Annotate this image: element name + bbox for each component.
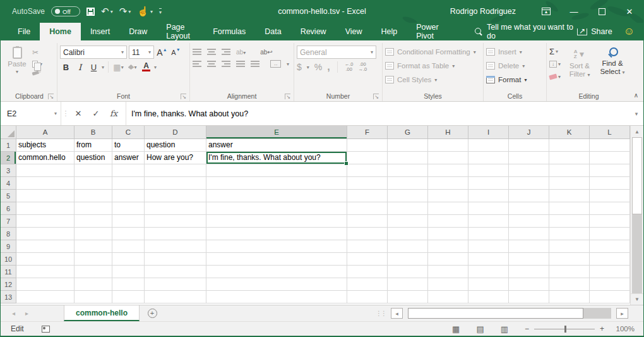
align-top-icon[interactable]: [193, 49, 201, 55]
feedback-smiley-icon[interactable]: ☺: [624, 25, 635, 38]
cut-button[interactable]: ✂: [32, 48, 42, 57]
fill-button[interactable]: ↓▾: [549, 59, 561, 70]
zoom-in-button[interactable]: +: [600, 324, 604, 333]
cell-L6[interactable]: [590, 202, 630, 215]
cancel-button[interactable]: ✕: [70, 109, 86, 118]
cell-F9[interactable]: [347, 240, 388, 253]
cell-I3[interactable]: [468, 164, 509, 177]
comma-style-button[interactable]: ,: [327, 61, 330, 73]
cell-G4[interactable]: [388, 177, 428, 190]
formula-input[interactable]: I'm fine, thanks. What about you?: [126, 102, 629, 125]
font-name-combo[interactable]: Calibri ▾: [60, 46, 127, 59]
cell-B3[interactable]: [75, 164, 112, 177]
cell-D6[interactable]: [145, 202, 206, 215]
cell-H1[interactable]: [428, 139, 468, 152]
page-layout-view-button[interactable]: ▤: [476, 324, 484, 334]
row-header-13[interactable]: 13: [1, 291, 16, 303]
enter-button[interactable]: ✓: [88, 109, 104, 118]
user-name[interactable]: Rodrigo Rodriguez: [450, 7, 516, 16]
cell-styles-button[interactable]: Cell Styles ▾: [385, 74, 480, 85]
row-header-8[interactable]: 8: [1, 228, 16, 240]
sheet-tab-common-hello[interactable]: common-hello: [64, 305, 140, 321]
cell-F2[interactable]: [347, 152, 388, 164]
cell-C5[interactable]: [112, 190, 145, 202]
cell-E6[interactable]: [206, 202, 347, 215]
cell-G2[interactable]: [388, 152, 428, 164]
cell-I13[interactable]: [468, 291, 509, 303]
col-header-A[interactable]: A: [16, 126, 75, 139]
cell-J6[interactable]: [509, 202, 549, 215]
tab-file[interactable]: File: [8, 23, 40, 40]
cell-B11[interactable]: [75, 266, 112, 278]
cell-G1[interactable]: [388, 139, 428, 152]
sort-filter-button[interactable]: AZ ▼ Sort & Filter ▾: [566, 46, 593, 90]
cell-H12[interactable]: [428, 278, 468, 291]
minimize-button[interactable]: —: [560, 0, 588, 23]
autosum-button[interactable]: Σ▾: [549, 46, 561, 57]
tab-formulas[interactable]: Formulas: [203, 23, 255, 40]
cell-H8[interactable]: [428, 228, 468, 240]
find-select-button[interactable]: Find & Select ▾: [599, 46, 626, 90]
cell-B7[interactable]: [75, 215, 112, 228]
next-sheet-button[interactable]: ▸: [25, 310, 28, 317]
cell-L12[interactable]: [590, 278, 630, 291]
tab-view[interactable]: View: [336, 23, 372, 40]
cell-A5[interactable]: [16, 190, 75, 202]
cell-K10[interactable]: [549, 253, 590, 266]
cell-D8[interactable]: [145, 228, 206, 240]
number-dialog-launcher-icon[interactable]: ↘: [373, 94, 379, 99]
cell-B13[interactable]: [75, 291, 112, 303]
row-header-12[interactable]: 12: [1, 278, 16, 291]
cell-H3[interactable]: [428, 164, 468, 177]
save-button[interactable]: [86, 8, 95, 16]
cell-I6[interactable]: [468, 202, 509, 215]
cell-G11[interactable]: [388, 266, 428, 278]
cell-J9[interactable]: [509, 240, 549, 253]
cell-L7[interactable]: [590, 215, 630, 228]
cell-I9[interactable]: [468, 240, 509, 253]
cell-A3[interactable]: [16, 164, 75, 177]
cell-D12[interactable]: [145, 278, 206, 291]
cell-K11[interactable]: [549, 266, 590, 278]
col-header-G[interactable]: G: [388, 126, 428, 139]
row-header-9[interactable]: 9: [1, 240, 16, 253]
row-header-11[interactable]: 11: [1, 266, 16, 278]
wrap-text-button[interactable]: ab↩: [260, 47, 273, 56]
cell-J12[interactable]: [509, 278, 549, 291]
cell-F11[interactable]: [347, 266, 388, 278]
col-header-E[interactable]: E: [206, 126, 347, 139]
cell-B9[interactable]: [75, 240, 112, 253]
align-center-icon[interactable]: [207, 61, 216, 67]
format-cells-button[interactable]: Format ▾: [486, 74, 544, 85]
cell-L13[interactable]: [590, 291, 630, 303]
decrease-font-size-button[interactable]: A▼: [170, 46, 182, 59]
cell-H10[interactable]: [428, 253, 468, 266]
borders-button[interactable]: ▦▾: [112, 61, 124, 73]
maximize-button[interactable]: [588, 0, 616, 23]
font-size-combo[interactable]: 11 ▾: [129, 46, 154, 59]
cell-L11[interactable]: [590, 266, 630, 278]
tab-splitter-handle[interactable]: ⋮⋮: [376, 310, 386, 317]
col-header-L[interactable]: L: [590, 126, 630, 139]
cell-C6[interactable]: [112, 202, 145, 215]
cell-C1[interactable]: to: [112, 139, 145, 152]
customize-qat-button[interactable]: ▾: [159, 8, 162, 15]
select-all-corner[interactable]: [1, 126, 16, 139]
cell-E8[interactable]: [206, 228, 347, 240]
cell-D1[interactable]: question: [145, 139, 206, 152]
fill-color-button[interactable]: ▾: [126, 61, 138, 73]
cell-L4[interactable]: [590, 177, 630, 190]
percent-style-button[interactable]: %: [314, 62, 322, 72]
cell-B6[interactable]: [75, 202, 112, 215]
cell-H6[interactable]: [428, 202, 468, 215]
alignment-dialog-launcher-icon[interactable]: ↘: [285, 94, 290, 99]
zoom-level[interactable]: 100%: [609, 325, 635, 333]
cell-B5[interactable]: [75, 190, 112, 202]
col-header-F[interactable]: F: [347, 126, 388, 139]
cell-A2[interactable]: common.hello: [16, 152, 75, 164]
cell-D2[interactable]: How are you?: [145, 152, 206, 164]
col-header-H[interactable]: H: [428, 126, 468, 139]
cell-I4[interactable]: [468, 177, 509, 190]
cell-E4[interactable]: [206, 177, 347, 190]
increase-font-size-button[interactable]: A▲: [156, 46, 168, 59]
